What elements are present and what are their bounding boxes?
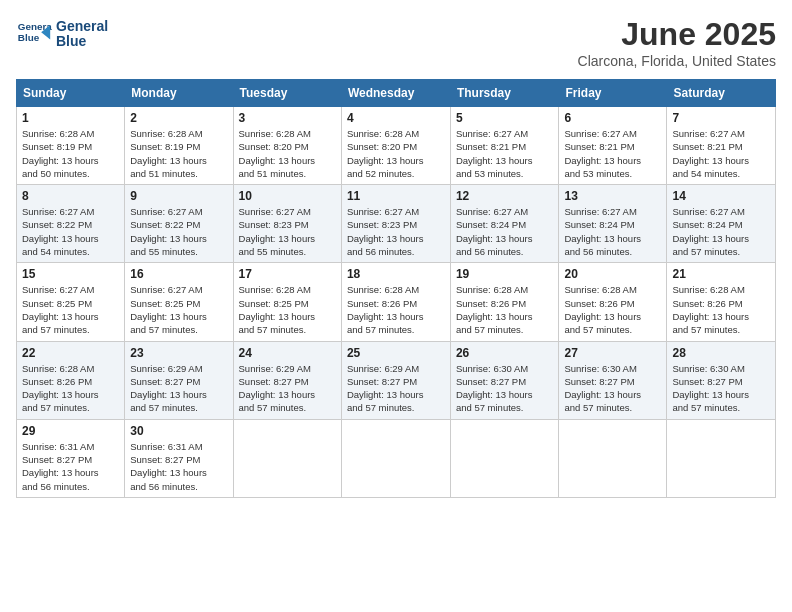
day-info: Sunrise: 6:27 AM Sunset: 8:22 PM Dayligh… [130,205,227,258]
day-info: Sunrise: 6:27 AM Sunset: 8:22 PM Dayligh… [22,205,119,258]
calendar-table: SundayMondayTuesdayWednesdayThursdayFrid… [16,79,776,498]
day-info: Sunrise: 6:29 AM Sunset: 8:27 PM Dayligh… [130,362,227,415]
day-info: Sunrise: 6:28 AM Sunset: 8:26 PM Dayligh… [564,283,661,336]
week-row-4: 22Sunrise: 6:28 AM Sunset: 8:26 PM Dayli… [17,341,776,419]
day-info: Sunrise: 6:31 AM Sunset: 8:27 PM Dayligh… [22,440,119,493]
weekday-header-saturday: Saturday [667,80,776,107]
weekday-row: SundayMondayTuesdayWednesdayThursdayFrid… [17,80,776,107]
day-number: 7 [672,111,770,125]
day-number: 4 [347,111,445,125]
day-number: 22 [22,346,119,360]
day-number: 2 [130,111,227,125]
calendar-header: SundayMondayTuesdayWednesdayThursdayFrid… [17,80,776,107]
calendar-cell [341,419,450,497]
title-area: June 2025 Clarcona, Florida, United Stat… [578,16,776,69]
calendar-cell: 17Sunrise: 6:28 AM Sunset: 8:25 PM Dayli… [233,263,341,341]
day-number: 29 [22,424,119,438]
day-number: 28 [672,346,770,360]
calendar-cell: 29Sunrise: 6:31 AM Sunset: 8:27 PM Dayli… [17,419,125,497]
calendar-cell: 9Sunrise: 6:27 AM Sunset: 8:22 PM Daylig… [125,185,233,263]
day-number: 18 [347,267,445,281]
calendar-cell: 20Sunrise: 6:28 AM Sunset: 8:26 PM Dayli… [559,263,667,341]
day-number: 21 [672,267,770,281]
day-number: 20 [564,267,661,281]
logo-line1: General [56,19,108,34]
day-number: 1 [22,111,119,125]
calendar-cell: 14Sunrise: 6:27 AM Sunset: 8:24 PM Dayli… [667,185,776,263]
calendar-cell [559,419,667,497]
calendar-cell: 4Sunrise: 6:28 AM Sunset: 8:20 PM Daylig… [341,107,450,185]
day-number: 6 [564,111,661,125]
day-info: Sunrise: 6:31 AM Sunset: 8:27 PM Dayligh… [130,440,227,493]
weekday-header-sunday: Sunday [17,80,125,107]
calendar-cell: 30Sunrise: 6:31 AM Sunset: 8:27 PM Dayli… [125,419,233,497]
day-info: Sunrise: 6:28 AM Sunset: 8:20 PM Dayligh… [239,127,336,180]
week-row-1: 1Sunrise: 6:28 AM Sunset: 8:19 PM Daylig… [17,107,776,185]
weekday-header-tuesday: Tuesday [233,80,341,107]
calendar-cell [233,419,341,497]
weekday-header-wednesday: Wednesday [341,80,450,107]
weekday-header-thursday: Thursday [450,80,559,107]
week-row-3: 15Sunrise: 6:27 AM Sunset: 8:25 PM Dayli… [17,263,776,341]
day-info: Sunrise: 6:27 AM Sunset: 8:24 PM Dayligh… [564,205,661,258]
logo: General Blue General Blue [16,16,108,52]
calendar-cell: 25Sunrise: 6:29 AM Sunset: 8:27 PM Dayli… [341,341,450,419]
calendar-cell: 8Sunrise: 6:27 AM Sunset: 8:22 PM Daylig… [17,185,125,263]
day-info: Sunrise: 6:30 AM Sunset: 8:27 PM Dayligh… [672,362,770,415]
day-info: Sunrise: 6:30 AM Sunset: 8:27 PM Dayligh… [564,362,661,415]
calendar-cell: 5Sunrise: 6:27 AM Sunset: 8:21 PM Daylig… [450,107,559,185]
day-number: 13 [564,189,661,203]
day-info: Sunrise: 6:27 AM Sunset: 8:24 PM Dayligh… [672,205,770,258]
month-title: June 2025 [578,16,776,53]
calendar-cell: 12Sunrise: 6:27 AM Sunset: 8:24 PM Dayli… [450,185,559,263]
day-number: 16 [130,267,227,281]
day-info: Sunrise: 6:27 AM Sunset: 8:23 PM Dayligh… [347,205,445,258]
day-number: 24 [239,346,336,360]
calendar-cell: 27Sunrise: 6:30 AM Sunset: 8:27 PM Dayli… [559,341,667,419]
week-row-5: 29Sunrise: 6:31 AM Sunset: 8:27 PM Dayli… [17,419,776,497]
day-info: Sunrise: 6:28 AM Sunset: 8:26 PM Dayligh… [22,362,119,415]
calendar-cell: 16Sunrise: 6:27 AM Sunset: 8:25 PM Dayli… [125,263,233,341]
calendar-body: 1Sunrise: 6:28 AM Sunset: 8:19 PM Daylig… [17,107,776,498]
calendar-cell: 15Sunrise: 6:27 AM Sunset: 8:25 PM Dayli… [17,263,125,341]
day-info: Sunrise: 6:27 AM Sunset: 8:21 PM Dayligh… [564,127,661,180]
day-number: 15 [22,267,119,281]
day-info: Sunrise: 6:28 AM Sunset: 8:26 PM Dayligh… [456,283,554,336]
day-info: Sunrise: 6:28 AM Sunset: 8:26 PM Dayligh… [347,283,445,336]
logo-line2: Blue [56,34,108,49]
day-info: Sunrise: 6:27 AM Sunset: 8:21 PM Dayligh… [672,127,770,180]
calendar-cell: 2Sunrise: 6:28 AM Sunset: 8:19 PM Daylig… [125,107,233,185]
calendar-cell [667,419,776,497]
weekday-header-friday: Friday [559,80,667,107]
calendar-cell: 10Sunrise: 6:27 AM Sunset: 8:23 PM Dayli… [233,185,341,263]
day-number: 27 [564,346,661,360]
day-info: Sunrise: 6:27 AM Sunset: 8:21 PM Dayligh… [456,127,554,180]
calendar-cell: 23Sunrise: 6:29 AM Sunset: 8:27 PM Dayli… [125,341,233,419]
day-info: Sunrise: 6:29 AM Sunset: 8:27 PM Dayligh… [347,362,445,415]
day-number: 26 [456,346,554,360]
calendar-cell: 11Sunrise: 6:27 AM Sunset: 8:23 PM Dayli… [341,185,450,263]
day-info: Sunrise: 6:27 AM Sunset: 8:24 PM Dayligh… [456,205,554,258]
location-title: Clarcona, Florida, United States [578,53,776,69]
day-number: 9 [130,189,227,203]
calendar-cell [450,419,559,497]
day-number: 5 [456,111,554,125]
calendar-cell: 6Sunrise: 6:27 AM Sunset: 8:21 PM Daylig… [559,107,667,185]
day-info: Sunrise: 6:27 AM Sunset: 8:25 PM Dayligh… [130,283,227,336]
calendar-cell: 26Sunrise: 6:30 AM Sunset: 8:27 PM Dayli… [450,341,559,419]
calendar-cell: 1Sunrise: 6:28 AM Sunset: 8:19 PM Daylig… [17,107,125,185]
calendar-cell: 18Sunrise: 6:28 AM Sunset: 8:26 PM Dayli… [341,263,450,341]
day-number: 17 [239,267,336,281]
day-info: Sunrise: 6:28 AM Sunset: 8:19 PM Dayligh… [130,127,227,180]
page-header: General Blue General Blue June 2025 Clar… [16,16,776,69]
calendar-cell: 22Sunrise: 6:28 AM Sunset: 8:26 PM Dayli… [17,341,125,419]
day-number: 11 [347,189,445,203]
day-number: 3 [239,111,336,125]
day-info: Sunrise: 6:28 AM Sunset: 8:20 PM Dayligh… [347,127,445,180]
calendar-cell: 7Sunrise: 6:27 AM Sunset: 8:21 PM Daylig… [667,107,776,185]
day-number: 10 [239,189,336,203]
calendar-cell: 21Sunrise: 6:28 AM Sunset: 8:26 PM Dayli… [667,263,776,341]
day-number: 19 [456,267,554,281]
day-info: Sunrise: 6:30 AM Sunset: 8:27 PM Dayligh… [456,362,554,415]
weekday-header-monday: Monday [125,80,233,107]
